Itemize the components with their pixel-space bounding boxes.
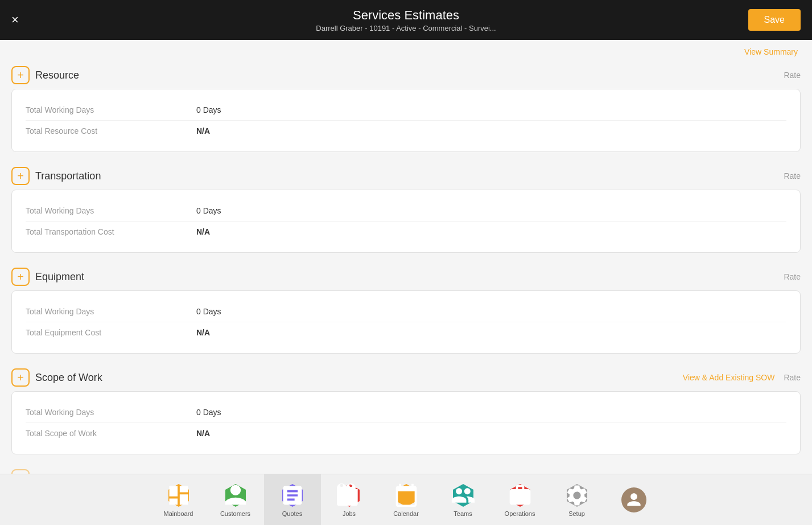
section-row: Total Transportation Cost N/A — [26, 221, 786, 242]
section-card-transportation: Total Working Days 0 Days Total Transpor… — [11, 190, 801, 253]
header: × Services Estimates Darrell Graber - 10… — [0, 0, 812, 40]
teams-icon — [451, 483, 476, 508]
section-header-transportation: + Transportation Rate — [11, 163, 801, 190]
section-card-resource: Total Working Days 0 Days Total Resource… — [11, 89, 801, 152]
nav-item-jobs[interactable]: Jobs — [321, 474, 378, 526]
rate-label-scope-of-work: Rate — [784, 373, 801, 382]
section-header-left: + Scope of Work — [11, 368, 102, 387]
row-label: Total Working Days — [26, 105, 196, 114]
page-subtitle: Darrell Graber - 10191 - Active - Commer… — [316, 24, 496, 32]
row-label: Total Working Days — [26, 206, 196, 215]
rate-label-transportation: Rate — [784, 171, 801, 181]
row-value: N/A — [196, 126, 210, 136]
section-header-left: + Transportation — [11, 167, 101, 185]
sections-container: + Resource Rate Total Working Days 0 Day… — [11, 63, 801, 474]
customers-icon — [223, 483, 248, 508]
mainboard-label: Mainboard — [164, 510, 193, 517]
operations-label: Operations — [505, 510, 535, 517]
nav-items-container: Mainboard Customers Quotes — [150, 474, 662, 526]
section-card-equipment: Total Working Days 0 Days Total Equipmen… — [11, 290, 801, 354]
section-header-right-equipment: Rate — [784, 272, 801, 281]
row-value: 0 Days — [196, 307, 221, 316]
section-card-scope-of-work: Total Working Days 0 Days Total Scope of… — [11, 391, 801, 454]
bottom-nav: Mainboard Customers Quotes — [0, 474, 812, 525]
add-scope-of-work-button[interactable]: + — [11, 368, 30, 387]
row-label: Total Scope of Work — [26, 429, 196, 438]
nav-item-teams[interactable]: Teams — [435, 474, 492, 526]
section-header-left: + Resource — [11, 66, 79, 84]
section-header-scope-of-work: + Scope of Work View & Add Existing SOWR… — [11, 365, 801, 391]
nav-item-customers[interactable]: Customers — [207, 474, 264, 526]
nav-item-setup[interactable]: Setup — [549, 474, 605, 526]
row-value: N/A — [196, 227, 210, 236]
row-value: 0 Days — [196, 206, 221, 215]
row-value: N/A — [196, 328, 210, 337]
row-label: Total Working Days — [26, 307, 196, 316]
section-header-right-resource: Rate — [784, 71, 801, 80]
row-value: 0 Days — [196, 105, 221, 114]
page-title: Services Estimates — [316, 8, 496, 23]
section-header-simple-estimate: + Simple Estimate Rate — [11, 466, 801, 474]
add-resource-button[interactable]: + — [11, 66, 30, 84]
section-title-transportation: Transportation — [35, 170, 101, 182]
section-row: Total Working Days 0 Days — [26, 402, 786, 423]
nav-item-mainboard[interactable]: Mainboard — [150, 474, 207, 526]
section-simple-estimate: + Simple Estimate Rate — [11, 466, 801, 474]
setup-icon — [564, 483, 590, 508]
section-title-equipment: Equipment — [35, 271, 84, 283]
jobs-label: Jobs — [343, 510, 356, 517]
user-avatar — [621, 487, 646, 512]
row-value: N/A — [196, 429, 210, 438]
section-row: Total Resource Cost N/A — [26, 120, 786, 141]
mainboard-icon — [166, 483, 191, 508]
main-content: View Summary + Resource Rate Total Worki… — [0, 40, 812, 474]
view-summary-row: View Summary — [11, 40, 801, 63]
close-button[interactable]: × — [11, 13, 19, 27]
row-label: Total Resource Cost — [26, 126, 196, 136]
teams-label: Teams — [454, 510, 472, 517]
row-label: Total Transportation Cost — [26, 227, 196, 236]
quotes-label: Quotes — [282, 510, 302, 517]
nav-item-calendar[interactable]: Calendar — [378, 474, 435, 526]
customers-label: Customers — [220, 510, 250, 517]
section-header-equipment: + Equipment Rate — [11, 264, 801, 290]
section-row: Total Working Days 0 Days — [26, 301, 786, 322]
section-title-scope-of-work: Scope of Work — [35, 372, 102, 384]
nav-avatar-button[interactable] — [605, 474, 662, 526]
section-resource: + Resource Rate Total Working Days 0 Day… — [11, 63, 801, 152]
section-header-left: + Equipment — [11, 268, 84, 286]
add-equipment-button[interactable]: + — [11, 268, 30, 286]
calendar-icon — [394, 483, 419, 508]
calendar-label: Calendar — [393, 510, 419, 517]
row-label: Total Working Days — [26, 408, 196, 417]
rate-label-equipment: Rate — [784, 272, 801, 281]
header-title-group: Services Estimates Darrell Graber - 1019… — [316, 8, 496, 32]
nav-item-quotes[interactable]: Quotes — [264, 474, 321, 526]
setup-label: Setup — [568, 510, 585, 517]
section-header-right-transportation: Rate — [784, 171, 801, 181]
section-header-left: + Simple Estimate — [11, 469, 109, 474]
add-simple-estimate-button[interactable]: + — [11, 469, 30, 474]
add-transportation-button[interactable]: + — [11, 167, 30, 185]
section-transportation: + Transportation Rate Total Working Days… — [11, 163, 801, 253]
jobs-icon — [337, 483, 362, 508]
view-summary-link[interactable]: View Summary — [744, 47, 798, 56]
operations-icon — [508, 483, 533, 508]
save-button[interactable]: Save — [748, 9, 801, 31]
row-value: 0 Days — [196, 408, 221, 417]
section-scope-of-work: + Scope of Work View & Add Existing SOWR… — [11, 365, 801, 454]
nav-item-operations[interactable]: Operations — [492, 474, 549, 526]
view-add-sow-link[interactable]: View & Add Existing SOW — [683, 373, 775, 382]
section-title-simple-estimate: Simple Estimate — [35, 473, 109, 474]
rate-label-resource: Rate — [784, 71, 801, 80]
section-row: Total Equipment Cost N/A — [26, 322, 786, 343]
quotes-icon — [280, 483, 305, 508]
row-label: Total Equipment Cost — [26, 328, 196, 337]
section-header-right-scope-of-work: View & Add Existing SOWRate — [683, 373, 801, 382]
section-row: Total Working Days 0 Days — [26, 100, 786, 120]
section-row: Total Working Days 0 Days — [26, 200, 786, 221]
section-title-resource: Resource — [35, 69, 79, 81]
section-row: Total Scope of Work N/A — [26, 423, 786, 444]
section-equipment: + Equipment Rate Total Working Days 0 Da… — [11, 264, 801, 354]
section-header-resource: + Resource Rate — [11, 63, 801, 89]
